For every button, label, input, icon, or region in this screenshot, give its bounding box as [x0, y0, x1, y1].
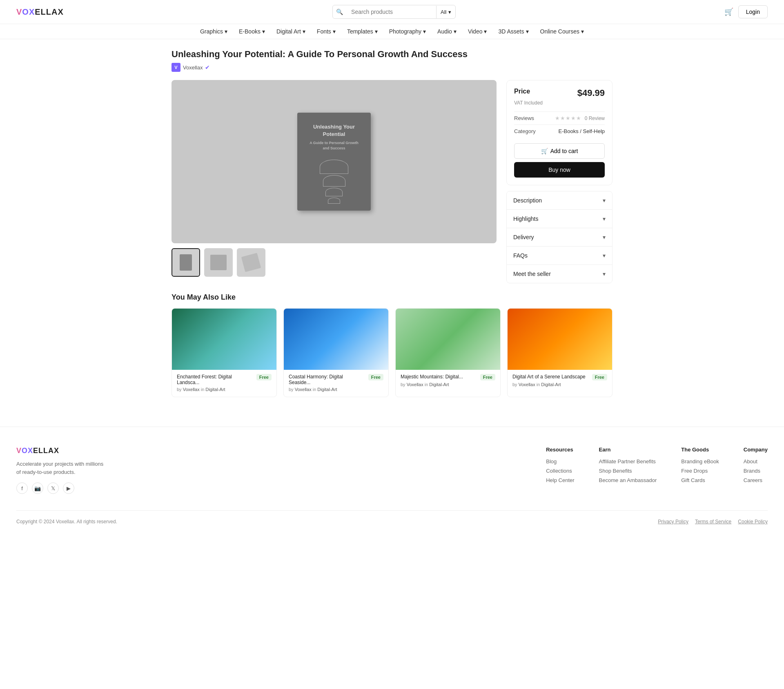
stars: ★★★★★ [555, 115, 581, 121]
accordion-header-meet-the-seller[interactable]: Meet the seller ▾ [507, 265, 612, 283]
book-mockup: Unleashing Your Potential A Guide to Per… [297, 113, 371, 211]
card-seller-link[interactable]: Voxellax [183, 387, 200, 392]
footer-link[interactable]: Collections [546, 468, 574, 474]
reviews-value: ★★★★★ 0 Review [555, 115, 605, 121]
product-accordion: Description ▾ Highlights ▾ Delivery ▾ FA… [506, 191, 612, 283]
product-card[interactable]: Coastal Harmony: Digital Seaside... Free… [283, 308, 389, 397]
accordion-item: Description ▾ [507, 191, 612, 210]
card-seller-link[interactable]: Voxellax [295, 387, 312, 392]
cart-icon[interactable]: 🛒 [724, 7, 733, 16]
search-bar: 🔍 All ▾ [332, 5, 455, 19]
card-meta: by Voxellax in Digital-Art [401, 382, 495, 387]
chevron-down-icon: ▾ [333, 28, 336, 35]
accordion-header-description[interactable]: Description ▾ [507, 191, 612, 209]
footer-col-heading: Company [744, 447, 768, 453]
card-title: Digital Art of a Serene Landscape [512, 374, 590, 380]
chevron-down-icon: ▾ [303, 28, 305, 35]
chevron-down-icon: ▾ [225, 28, 227, 35]
free-badge: Free [592, 374, 607, 380]
footer-bottom-link[interactable]: Terms of Service [695, 519, 731, 525]
instagram-icon[interactable]: 📷 [32, 482, 43, 494]
product-card-body: Majestic Mountains: Digital... Free by V… [396, 370, 500, 392]
footer-bottom-links: Privacy PolicyTerms of ServiceCookie Pol… [658, 519, 768, 525]
card-title-row: Coastal Harmony: Digital Seaside... Free [289, 374, 383, 385]
thumbnail-3[interactable] [237, 248, 265, 277]
search-category-dropdown[interactable]: All ▾ [436, 6, 455, 18]
footer-link[interactable]: Shop Benefits [599, 468, 657, 474]
social-icons: f 📷 𝕏 ▶ [16, 482, 106, 494]
product-title: Unleashing Your Potential: A Guide To Pe… [172, 49, 612, 60]
facebook-icon[interactable]: f [16, 482, 28, 494]
nav-item-audio[interactable]: Audio▾ [437, 28, 457, 35]
footer-col-heading: Resources [546, 447, 574, 453]
thumbnail-1[interactable] [172, 248, 200, 277]
product-card[interactable]: Majestic Mountains: Digital... Free by V… [395, 308, 501, 397]
main-content: Unleashing Your Potential: A Guide To Pe… [163, 39, 621, 427]
footer-column-the-goods: The GoodsBranding eBookFree DropsGift Ca… [681, 447, 719, 494]
nav-item-fonts[interactable]: Fonts▾ [317, 28, 336, 35]
footer-link[interactable]: Blog [546, 458, 574, 465]
price-header: Price $49.99 [514, 88, 605, 98]
footer-link[interactable]: Affiliate Partner Benefits [599, 458, 657, 465]
card-category-link[interactable]: Digital-Art [429, 382, 449, 387]
cart-small-icon: 🛒 [541, 148, 548, 154]
card-title: Enchanted Forest: Digital Landsca... [177, 374, 254, 385]
category-label: Category [514, 128, 536, 134]
nav-item-digital-art[interactable]: Digital Art▾ [276, 28, 305, 35]
price-box: Price $49.99 VAT Included Reviews ★★★★★ … [506, 80, 612, 185]
card-category-link[interactable]: Digital-Art [205, 387, 225, 392]
header: VOXELLAX 🔍 All ▾ 🛒 Login [0, 0, 784, 24]
product-card-body: Enchanted Forest: Digital Landsca... Fre… [172, 370, 276, 397]
accordion-header-delivery[interactable]: Delivery ▾ [507, 228, 612, 246]
logo[interactable]: VOXELLAX [16, 7, 64, 17]
footer-bottom-link[interactable]: Privacy Policy [658, 519, 688, 525]
footer-link[interactable]: Help Center [546, 477, 574, 483]
product-card-body: Digital Art of a Serene Landscape Free b… [508, 370, 612, 392]
footer-link[interactable]: Become an Ambassador [599, 477, 657, 483]
book-title: Unleashing Your Potential A Guide to Per… [304, 118, 364, 156]
product-card[interactable]: Enchanted Forest: Digital Landsca... Fre… [172, 308, 277, 397]
nav-item-graphics[interactable]: Graphics▾ [200, 28, 227, 35]
footer-link[interactable]: About [744, 458, 768, 465]
vat-label: VAT Included [514, 100, 605, 106]
footer-link[interactable]: Gift Cards [681, 477, 719, 483]
nav-item-video[interactable]: Video▾ [468, 28, 487, 35]
accordion-header-faqs[interactable]: FAQs ▾ [507, 247, 612, 264]
chevron-down-icon: ▾ [603, 234, 606, 240]
footer-link[interactable]: Branding eBook [681, 458, 719, 465]
card-title-row: Digital Art of a Serene Landscape Free [512, 374, 607, 380]
footer-link[interactable]: Brands [744, 468, 768, 474]
chevron-down-icon: ▾ [375, 28, 378, 35]
footer-col-heading: The Goods [681, 447, 719, 453]
footer-link[interactable]: Careers [744, 477, 768, 483]
twitter-icon[interactable]: 𝕏 [47, 482, 59, 494]
product-layout: Unleashing Your Potential A Guide to Per… [172, 80, 612, 283]
card-seller-link[interactable]: Voxellax [407, 382, 423, 387]
nav-item-templates[interactable]: Templates▾ [347, 28, 378, 35]
product-card-image [172, 309, 276, 370]
category-row: Category E-Books / Self-Help [514, 124, 605, 138]
footer-col-heading: Earn [599, 447, 657, 453]
logo-ellax: ELLAX [35, 7, 64, 16]
nav-item-3d-assets[interactable]: 3D Assets▾ [498, 28, 528, 35]
card-category-link[interactable]: Digital-Art [541, 382, 561, 387]
footer-logo: VOXELLAX [16, 447, 106, 455]
nav-item-photography[interactable]: Photography▾ [389, 28, 426, 35]
accordion-header-highlights[interactable]: Highlights ▾ [507, 210, 612, 228]
youtube-icon[interactable]: ▶ [63, 482, 74, 494]
login-button[interactable]: Login [738, 5, 768, 18]
nav-item-e-books[interactable]: E-Books▾ [239, 28, 265, 35]
card-category-link[interactable]: Digital-Art [317, 387, 337, 392]
footer-link[interactable]: Free Drops [681, 468, 719, 474]
search-category-label: All [441, 9, 446, 15]
footer-bottom-link[interactable]: Cookie Policy [738, 519, 768, 525]
thumbnail-2[interactable] [204, 248, 233, 277]
price-value: $49.99 [577, 88, 605, 98]
search-input[interactable] [346, 5, 436, 18]
product-card[interactable]: Digital Art of a Serene Landscape Free b… [507, 308, 612, 397]
buy-now-button[interactable]: Buy now [514, 162, 605, 178]
free-badge: Free [368, 374, 383, 380]
add-to-cart-button[interactable]: 🛒 Add to cart [514, 143, 605, 159]
nav-item-online-courses[interactable]: Online Courses▾ [540, 28, 584, 35]
card-seller-link[interactable]: Voxellax [519, 382, 535, 387]
